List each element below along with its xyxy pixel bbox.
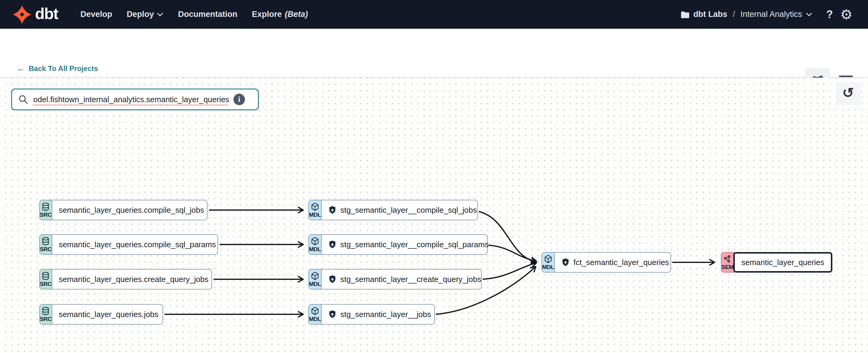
nav-documentation[interactable]: Documentation: [178, 10, 238, 19]
project-switcher[interactable]: Internal Analytics: [741, 10, 812, 19]
model-cube-icon: [310, 237, 319, 246]
node-body: fct_semantic_layer_queries: [555, 253, 676, 272]
node-label: semantic_layer_queries: [741, 258, 825, 267]
node-type-label: SEM: [721, 264, 734, 270]
node-type-badge: MDL: [309, 200, 322, 220]
graph-node-stg-compile-sql-params[interactable]: MDLstg_semantic_layer__compile_sql_param…: [308, 234, 488, 255]
dbt-logo[interactable]: dbt: [12, 4, 58, 25]
node-label: semantic_layer_queries.compile_sql_param…: [59, 240, 216, 249]
model-cube-icon: [544, 255, 553, 264]
chevron-down-icon: [806, 12, 812, 17]
breadcrumb-separator: /: [732, 10, 736, 19]
node-type-label: MDL: [309, 211, 321, 218]
database-icon: [41, 237, 50, 246]
node-type-badge: SEM: [721, 252, 734, 273]
contract-shield-icon: [328, 206, 336, 214]
node-type-badge: SRC: [40, 200, 52, 220]
gear-icon[interactable]: ⚙: [840, 7, 852, 22]
node-type-badge: SRC: [40, 270, 52, 289]
node-label: fct_semantic_layer_queries: [574, 258, 669, 267]
node-type-label: MDL: [309, 281, 321, 287]
semantic-model-icon: [723, 255, 732, 264]
node-type-label: SRC: [40, 246, 52, 253]
node-body: stg_semantic_layer__compile_sql_jobs: [322, 200, 484, 220]
node-type-label: MDL: [309, 316, 321, 322]
folder-icon: [680, 10, 690, 19]
node-body: semantic_layer_queries.compile_sql_jobs: [52, 200, 211, 220]
lineage-canvas[interactable]: odel.fishtown_internal_analytics.semanti…: [0, 78, 868, 353]
nav-explore[interactable]: Explore (Beta): [252, 10, 308, 19]
node-type-badge: MDL: [542, 253, 555, 272]
chevron-down-icon: [157, 12, 163, 17]
node-type-label: SRC: [40, 316, 52, 322]
graph-node-src-compile-sql-jobs[interactable]: SRCsemantic_layer_queries.compile_sql_jo…: [39, 200, 208, 220]
node-type-badge: MDL: [309, 270, 322, 289]
primary-nav: Develop Deploy Documentation Explore (Be…: [80, 10, 308, 19]
dbt-logo-icon: [12, 4, 32, 25]
node-type-badge: MDL: [309, 235, 322, 254]
edge-stg-compile-sql-params-to-fct-semantic-layer-queries: [489, 245, 536, 261]
top-nav: dbt Develop Deploy Documentation Explore…: [0, 0, 868, 29]
node-type-label: SRC: [40, 281, 52, 287]
node-type-label: SRC: [40, 211, 52, 218]
search-icon: [18, 94, 28, 105]
nav-explore-beta-tag: (Beta): [285, 10, 308, 19]
node-type-badge: SRC: [40, 235, 52, 254]
model-cube-icon: [310, 271, 319, 281]
project-header: ← Back To All Projects Internal Analytic…: [0, 29, 868, 78]
model-cube-icon: [310, 306, 319, 316]
lineage-search-input[interactable]: odel.fishtown_internal_analytics.semanti…: [11, 89, 259, 110]
back-arrow-icon: ←: [17, 64, 25, 73]
info-icon[interactable]: i: [234, 94, 245, 105]
node-label: stg_semantic_layer__compile_sql_params: [340, 240, 489, 249]
contract-shield-icon: [561, 258, 569, 267]
dbt-explore-page: dbt Develop Deploy Documentation Explore…: [0, 0, 868, 353]
node-label: semantic_layer_queries.create_query_jobs: [59, 275, 209, 284]
node-label: stg_semantic_layer__create_query_jobs: [340, 275, 482, 284]
contract-shield-icon: [328, 240, 336, 249]
help-icon[interactable]: ?: [826, 8, 833, 21]
node-label: semantic_layer_queries.jobs: [59, 310, 159, 319]
graph-node-fct-semantic-layer-queries[interactable]: MDLfct_semantic_layer_queries: [541, 252, 671, 273]
graph-node-stg-create-query-jobs[interactable]: MDLstg_semantic_layer__create_query_jobs: [308, 269, 482, 290]
node-body: semantic_layer_queries: [733, 252, 833, 273]
contract-shield-icon: [328, 310, 336, 319]
node-type-label: MDL: [309, 246, 321, 253]
graph-node-stg-compile-sql-jobs[interactable]: MDLstg_semantic_layer__compile_sql_jobs: [308, 200, 478, 220]
graph-node-semantic-layer-queries[interactable]: SEMsemantic_layer_queries: [721, 252, 831, 273]
node-body: semantic_layer_queries.jobs: [52, 305, 165, 324]
graph-node-stg-jobs[interactable]: MDLstg_semantic_layer__jobs: [308, 304, 435, 325]
graph-node-src-create-query-jobs[interactable]: SRCsemantic_layer_queries.create_query_j…: [39, 269, 212, 290]
node-type-badge: SRC: [40, 305, 52, 324]
node-body: stg_semantic_layer__jobs: [322, 305, 438, 324]
graph-node-src-jobs[interactable]: SRCsemantic_layer_queries.jobs: [39, 304, 163, 325]
org-switcher[interactable]: dbt Labs: [680, 10, 727, 19]
node-body: stg_semantic_layer__create_query_jobs: [322, 270, 488, 289]
node-body: semantic_layer_queries.create_query_jobs: [52, 270, 215, 289]
contract-shield-icon: [328, 275, 336, 284]
reset-icon: ↺: [842, 86, 854, 100]
graph-node-src-compile-sql-params[interactable]: SRCsemantic_layer_queries.compile_sql_pa…: [39, 234, 218, 255]
dbt-logo-word: dbt: [35, 6, 58, 23]
hamburger-bar: [839, 76, 853, 77]
edge-stg-create-query-jobs-to-fct-semantic-layer-queries: [483, 263, 536, 279]
nav-develop[interactable]: Develop: [80, 10, 112, 19]
node-label: semantic_layer_queries.compile_sql_jobs: [59, 206, 204, 215]
node-label: stg_semantic_layer__jobs: [340, 310, 431, 319]
reset-view-button[interactable]: ↺: [836, 82, 860, 106]
account-breadcrumb: dbt Labs / Internal Analytics: [680, 10, 812, 19]
database-icon: [41, 271, 50, 281]
back-to-projects-link[interactable]: ← Back To All Projects: [17, 64, 98, 73]
search-value: odel.fishtown_internal_analytics.semanti…: [33, 95, 229, 104]
node-body: stg_semantic_layer__compile_sql_params: [322, 235, 495, 254]
nav-deploy[interactable]: Deploy: [127, 10, 163, 19]
database-icon: [41, 306, 50, 316]
database-icon: [41, 202, 50, 211]
topnav-right: dbt Labs / Internal Analytics ? ⚙: [680, 7, 852, 22]
node-body: semantic_layer_queries.compile_sql_param…: [52, 235, 223, 254]
node-type-label: MDL: [542, 264, 554, 270]
node-label: stg_semantic_layer__compile_sql_jobs: [340, 206, 477, 215]
node-type-badge: MDL: [309, 305, 322, 324]
model-cube-icon: [310, 202, 319, 211]
